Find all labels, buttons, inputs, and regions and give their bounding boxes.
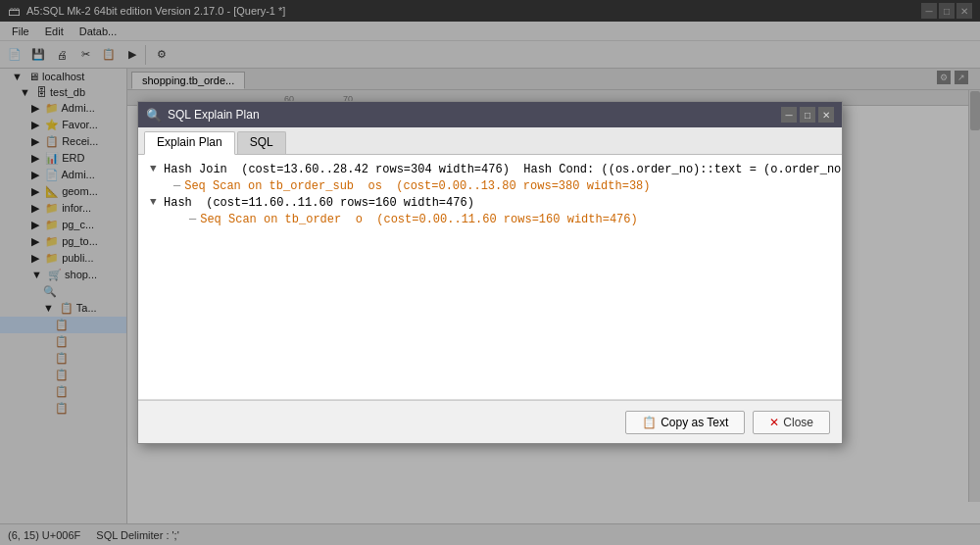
explain-plan-dialog: 🔍 SQL Explain Plan ─ □ ✕ Explain Plan SQ… xyxy=(137,101,843,444)
close-btn-label: Close xyxy=(783,416,813,429)
plan-node-4: Seq Scan on tb_order o xyxy=(200,213,363,226)
close-icon: ✕ xyxy=(769,416,779,429)
dialog-footer: 📋 Copy as Text ✕ Close xyxy=(138,400,842,443)
plan-dash-2: — xyxy=(189,213,196,226)
tab-explain-plan[interactable]: Explain Plan xyxy=(144,131,235,155)
plan-detail-1: (cost=13.60..28.42 rows=304 width=476) H… xyxy=(227,163,842,176)
plan-node-1: Hash Join xyxy=(164,163,227,176)
dialog-icon: 🔍 xyxy=(146,108,162,123)
plan-toggle-1[interactable]: ▼ xyxy=(150,163,160,174)
modal-overlay: 🔍 SQL Explain Plan ─ □ ✕ Explain Plan SQ… xyxy=(0,0,980,545)
plan-node-2: Seq Scan on tb_order_sub os xyxy=(184,179,382,193)
plan-detail-4: (cost=0.00..11.60 rows=160 width=476) xyxy=(363,213,638,226)
plan-line-4: — Seq Scan on tb_order o (cost=0.00..11.… xyxy=(150,213,830,226)
plan-toggle-3[interactable]: ▼ xyxy=(150,196,160,208)
plan-dash-1: — xyxy=(173,179,180,193)
tab-sql[interactable]: SQL xyxy=(237,131,286,154)
copy-btn-label: Copy as Text xyxy=(661,416,728,429)
copy-as-text-button[interactable]: 📋 Copy as Text xyxy=(625,411,745,434)
copy-icon: 📋 xyxy=(642,416,657,429)
plan-line-3: ▼ Hash (cost=11.60..11.60 rows=160 width… xyxy=(150,196,830,210)
dialog-content: ▼ Hash Join (cost=13.60..28.42 rows=304 … xyxy=(138,155,842,400)
plan-node-3: Hash xyxy=(164,196,192,210)
dialog-titlebar: 🔍 SQL Explain Plan ─ □ ✕ xyxy=(138,102,842,127)
plan-line-2: — Seq Scan on tb_order_sub os (cost=0.00… xyxy=(150,179,830,193)
dialog-close-button[interactable]: ✕ xyxy=(818,107,834,123)
dialog-minimize-button[interactable]: ─ xyxy=(781,107,797,123)
plan-detail-3: (cost=11.60..11.60 rows=160 width=476) xyxy=(192,196,474,210)
plan-line-1: ▼ Hash Join (cost=13.60..28.42 rows=304 … xyxy=(150,163,830,176)
dialog-title: SQL Explain Plan xyxy=(168,108,260,122)
close-dialog-button[interactable]: ✕ Close xyxy=(753,411,830,434)
dialog-maximize-button[interactable]: □ xyxy=(800,107,815,123)
plan-detail-2: (cost=0.00..13.80 rows=380 width=38) xyxy=(382,179,651,193)
dialog-tabs: Explain Plan SQL xyxy=(138,127,842,155)
